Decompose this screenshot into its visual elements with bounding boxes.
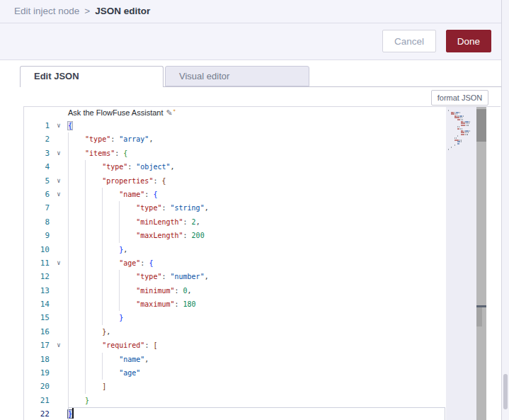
breadcrumb-parent[interactable]: Edit inject node — [14, 6, 79, 16]
breadcrumb: Edit inject node>JSON editor — [0, 0, 509, 23]
fold-chevron-icon[interactable]: ∨ — [50, 119, 68, 132]
code-text: { — [68, 122, 72, 130]
code-line[interactable]: 18"name", — [24, 353, 501, 366]
sparkle-icon: ✦ — [173, 108, 176, 113]
line-number: 10 — [24, 243, 50, 256]
code-text: "items": { — [68, 149, 127, 157]
line-number: 12 — [24, 270, 50, 283]
code-line[interactable]: 20] — [24, 380, 501, 393]
code-text: "required": [ — [68, 341, 157, 349]
breadcrumb-current: JSON editor — [95, 6, 150, 16]
tab-edit-json[interactable]: Edit JSON — [20, 66, 164, 87]
fold-chevron-icon[interactable]: ∨ — [50, 174, 68, 188]
json-code-editor[interactable]: Ask the FlowFuse Assistant✎✦ 1∨{2"type":… — [23, 106, 501, 420]
line-number: 14 — [24, 297, 50, 311]
code-text: } — [68, 410, 74, 418]
editor-scrollbar[interactable] — [476, 107, 486, 420]
cancel-button[interactable]: Cancel — [382, 30, 436, 52]
code-text: "maxLength": 200 — [68, 232, 205, 239]
code-text: "age": { — [68, 259, 153, 267]
code-text: "maximum": 180 — [68, 300, 196, 308]
page-scrollbar-thumb[interactable] — [503, 374, 508, 409]
code-text: "type": "array", — [68, 135, 153, 143]
code-text: "minLength": 2, — [68, 218, 200, 226]
line-number: 21 — [24, 394, 50, 407]
code-line[interactable]: 6∨"name": { — [24, 188, 501, 201]
line-number: 16 — [24, 325, 50, 339]
code-line[interactable]: 19"age" — [24, 366, 501, 380]
code-text: "minimum": 0, — [68, 287, 192, 295]
code-text: ] — [68, 382, 106, 390]
code-text: "type": "string", — [68, 204, 209, 212]
fold-chevron-icon[interactable]: ∨ — [50, 147, 68, 160]
line-number: 8 — [24, 215, 50, 229]
fold-chevron-icon[interactable]: ∨ — [50, 256, 68, 270]
code-line[interactable]: 2"type": "array", — [24, 132, 501, 146]
code-line[interactable]: 1∨{ — [24, 119, 501, 132]
fold-chevron-icon[interactable]: ∨ — [50, 339, 68, 352]
code-text: } — [68, 314, 123, 322]
code-line[interactable]: 12"type": "number", — [24, 270, 501, 283]
minimap[interactable] — [446, 107, 476, 420]
code-line[interactable]: 9"maxLength": 200 — [24, 229, 501, 242]
current-line-highlight — [68, 407, 445, 420]
code-line[interactable]: 16}, — [24, 325, 501, 339]
overview-range-mark — [476, 307, 482, 327]
code-line[interactable]: 22} — [24, 407, 501, 420]
done-button[interactable]: Done — [446, 30, 491, 52]
line-number: 5 — [24, 174, 50, 188]
code-text: "properties": { — [68, 177, 166, 185]
code-text: } — [68, 397, 89, 404]
line-number: 18 — [24, 353, 50, 366]
code-line[interactable]: 11∨"age": { — [24, 256, 501, 270]
code-text: "name": { — [68, 191, 157, 198]
code-line[interactable]: 3∨"items": { — [24, 147, 501, 160]
json-editor-dialog: Edit inject node>JSON editor Cancel Done… — [0, 0, 509, 420]
line-number: 1 — [24, 119, 50, 132]
code-text: }, — [68, 246, 127, 254]
line-number: 4 — [24, 160, 50, 174]
code-text: "type": "number", — [68, 273, 209, 280]
code-text: "type": "object", — [68, 163, 175, 171]
page-scrollbar[interactable] — [501, 0, 509, 420]
code-area[interactable]: 1∨{2"type": "array",3∨"items": {4"type":… — [24, 119, 501, 420]
line-number: 6 — [24, 188, 50, 201]
line-number: 17 — [24, 339, 50, 352]
line-number: 11 — [24, 256, 50, 270]
line-number: 13 — [24, 284, 50, 297]
line-number: 9 — [24, 229, 50, 242]
assistant-pencil-icon: ✎✦ — [166, 108, 176, 117]
line-number: 7 — [24, 201, 50, 215]
code-line[interactable]: 7"type": "string", — [24, 201, 501, 215]
dialog-action-bar: Cancel Done — [0, 23, 509, 60]
code-line[interactable]: 21} — [24, 394, 501, 407]
code-line[interactable]: 8"minLength": 2, — [24, 215, 501, 229]
code-text: "name", — [68, 356, 149, 363]
assistant-hint-label: Ask the FlowFuse Assistant — [68, 108, 164, 117]
assistant-hint[interactable]: Ask the FlowFuse Assistant✎✦ — [68, 108, 176, 119]
breadcrumb-separator: > — [84, 6, 90, 16]
format-json-button[interactable]: format JSON — [431, 90, 488, 106]
text-cursor — [72, 408, 74, 419]
code-line[interactable]: 14"maximum": 180 — [24, 297, 501, 311]
line-number: 20 — [24, 380, 50, 393]
fold-chevron-icon[interactable]: ∨ — [50, 188, 68, 201]
line-number: 15 — [24, 311, 50, 324]
code-text: "age" — [68, 369, 140, 377]
code-line[interactable]: 10}, — [24, 243, 501, 256]
code-line[interactable]: 5∨"properties": { — [24, 174, 501, 188]
tab-visual-editor[interactable]: Visual editor — [165, 66, 309, 86]
editor-scrollbar-thumb[interactable] — [476, 109, 486, 142]
code-line[interactable]: 15} — [24, 311, 501, 324]
code-line[interactable]: 4"type": "object", — [24, 160, 501, 174]
code-text: }, — [68, 328, 110, 336]
line-number: 19 — [24, 366, 50, 380]
code-line[interactable]: 13"minimum": 0, — [24, 284, 501, 297]
line-number: 22 — [24, 407, 50, 420]
code-line[interactable]: 17∨"required": [ — [24, 339, 501, 352]
line-number: 2 — [24, 132, 50, 146]
line-number: 3 — [24, 147, 50, 160]
